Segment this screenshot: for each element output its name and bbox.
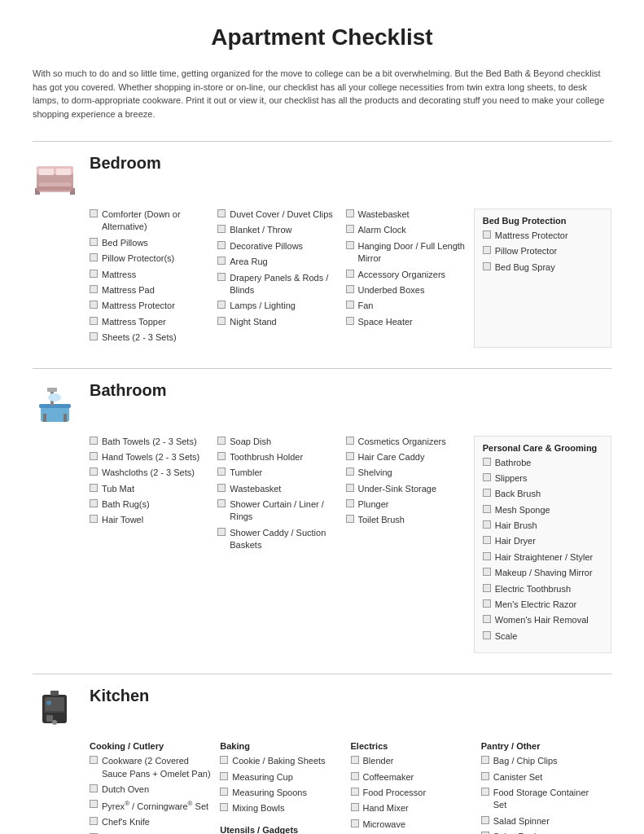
- checkbox[interactable]: [90, 301, 98, 309]
- list-item[interactable]: Salad Spinner: [481, 815, 603, 827]
- list-item[interactable]: Slippers: [483, 472, 602, 485]
- checkbox[interactable]: [90, 285, 98, 293]
- list-item[interactable]: Tub Mat: [90, 483, 209, 495]
- list-item[interactable]: Blender: [351, 755, 473, 767]
- list-item[interactable]: Microwave: [351, 819, 473, 831]
- checkbox[interactable]: [90, 270, 98, 278]
- list-item[interactable]: Makeup / Shaving Mirror: [483, 567, 602, 579]
- checkbox[interactable]: [483, 615, 491, 623]
- checkbox[interactable]: [483, 230, 491, 239]
- checkbox[interactable]: [483, 599, 491, 608]
- list-item[interactable]: Duvet Cover / Duvet Clips: [217, 208, 337, 221]
- list-item[interactable]: Mixing Bowls: [220, 802, 342, 814]
- list-item[interactable]: Soap Dish: [217, 436, 337, 448]
- list-item[interactable]: Hair Dryer: [483, 535, 602, 547]
- checkbox[interactable]: [220, 772, 228, 780]
- list-item[interactable]: Pillow Protector: [483, 245, 602, 257]
- checkbox[interactable]: [483, 520, 491, 529]
- list-item[interactable]: Hair Straightener / Styler: [483, 551, 602, 564]
- checkbox[interactable]: [217, 317, 226, 325]
- list-item[interactable]: Mattress Protector: [483, 230, 602, 242]
- list-item[interactable]: Accessory Organizers: [346, 269, 466, 281]
- checkbox[interactable]: [90, 756, 98, 764]
- checkbox[interactable]: [217, 452, 226, 460]
- list-item[interactable]: Drapery Panels & Rods / Blinds: [217, 272, 337, 297]
- checkbox[interactable]: [217, 528, 226, 536]
- checkbox[interactable]: [481, 756, 489, 764]
- list-item[interactable]: Mattress Protector: [90, 300, 209, 312]
- checkbox[interactable]: [346, 209, 354, 217]
- checkbox[interactable]: [346, 467, 354, 476]
- list-item[interactable]: Night Stand: [217, 316, 337, 328]
- checkbox[interactable]: [90, 800, 98, 808]
- list-item[interactable]: Tumbler: [217, 467, 337, 479]
- list-item[interactable]: Pillow Protector(s): [90, 252, 209, 265]
- list-item[interactable]: Mattress Pad: [90, 284, 209, 296]
- list-item[interactable]: Canister Set: [481, 771, 603, 784]
- checkbox[interactable]: [217, 467, 226, 476]
- list-item[interactable]: Hand Mixer: [351, 802, 473, 814]
- checkbox[interactable]: [220, 803, 228, 811]
- list-item[interactable]: Scale: [483, 630, 602, 643]
- list-item[interactable]: Bath Towels (2 - 3 Sets): [90, 436, 209, 448]
- checkbox[interactable]: [346, 484, 354, 492]
- list-item[interactable]: Bag / Chip Clips: [481, 755, 603, 767]
- checkbox[interactable]: [346, 241, 354, 249]
- checkbox[interactable]: [90, 317, 98, 325]
- list-item[interactable]: Washcloths (2 - 3 Sets): [90, 467, 209, 479]
- list-item[interactable]: Toothbrush Holder: [217, 451, 337, 463]
- list-item[interactable]: Mesh Sponge: [483, 504, 602, 516]
- list-item[interactable]: Coffeemaker: [351, 771, 473, 784]
- checkbox[interactable]: [351, 788, 359, 796]
- checkbox[interactable]: [346, 317, 354, 325]
- checkbox[interactable]: [346, 515, 354, 523]
- checkbox[interactable]: [220, 756, 228, 764]
- list-item[interactable]: Bed Bug Spray: [483, 261, 602, 274]
- list-item[interactable]: Mattress: [90, 269, 209, 281]
- checkbox[interactable]: [483, 246, 491, 254]
- checkbox[interactable]: [346, 270, 354, 278]
- checkbox[interactable]: [483, 568, 491, 576]
- checkbox[interactable]: [351, 819, 359, 827]
- list-item[interactable]: Blanket / Throw: [217, 224, 337, 236]
- checkbox[interactable]: [217, 273, 226, 281]
- checkbox[interactable]: [346, 452, 354, 460]
- list-item[interactable]: Men's Electric Razor: [483, 599, 602, 611]
- checkbox[interactable]: [483, 262, 491, 270]
- list-item[interactable]: Measuring Cup: [220, 771, 342, 784]
- checkbox[interactable]: [90, 467, 98, 476]
- checkbox[interactable]: [481, 772, 489, 780]
- checkbox[interactable]: [217, 209, 226, 217]
- checkbox[interactable]: [351, 756, 359, 764]
- checkbox[interactable]: [346, 437, 354, 445]
- checkbox[interactable]: [217, 257, 226, 265]
- checkbox[interactable]: [90, 332, 98, 340]
- checkbox[interactable]: [90, 238, 98, 246]
- checkbox[interactable]: [217, 499, 226, 507]
- list-item[interactable]: Pyrex® / Corningware® Set: [90, 799, 212, 813]
- list-item[interactable]: Food Storage Container Set: [481, 787, 603, 812]
- list-item[interactable]: Decorative Pillows: [217, 240, 337, 252]
- list-item[interactable]: Fan: [346, 300, 466, 312]
- checkbox[interactable]: [346, 285, 354, 293]
- list-item[interactable]: Underbed Boxes: [346, 284, 466, 296]
- list-item[interactable]: Dutch Oven: [90, 784, 212, 796]
- checkbox[interactable]: [217, 301, 226, 309]
- checkbox[interactable]: [217, 437, 226, 445]
- checkbox[interactable]: [90, 499, 98, 507]
- checkbox[interactable]: [483, 631, 491, 639]
- checkbox[interactable]: [90, 784, 98, 792]
- list-item[interactable]: Spice Rack: [481, 831, 603, 834]
- list-item[interactable]: Hair Care Caddy: [346, 451, 466, 463]
- checkbox[interactable]: [351, 803, 359, 811]
- list-item[interactable]: Shower Curtain / Liner / Rings: [217, 498, 337, 524]
- checkbox[interactable]: [346, 225, 354, 233]
- list-item[interactable]: Lamps / Lighting: [217, 300, 337, 312]
- checkbox[interactable]: [483, 584, 491, 592]
- list-item[interactable]: Cookware (2 Covered Sauce Pans + Omelet …: [90, 755, 212, 780]
- checkbox[interactable]: [90, 817, 98, 825]
- checkbox[interactable]: [217, 484, 226, 492]
- list-item[interactable]: Measuring Spoons: [220, 787, 342, 799]
- checkbox[interactable]: [483, 552, 491, 560]
- checkbox[interactable]: [90, 209, 98, 217]
